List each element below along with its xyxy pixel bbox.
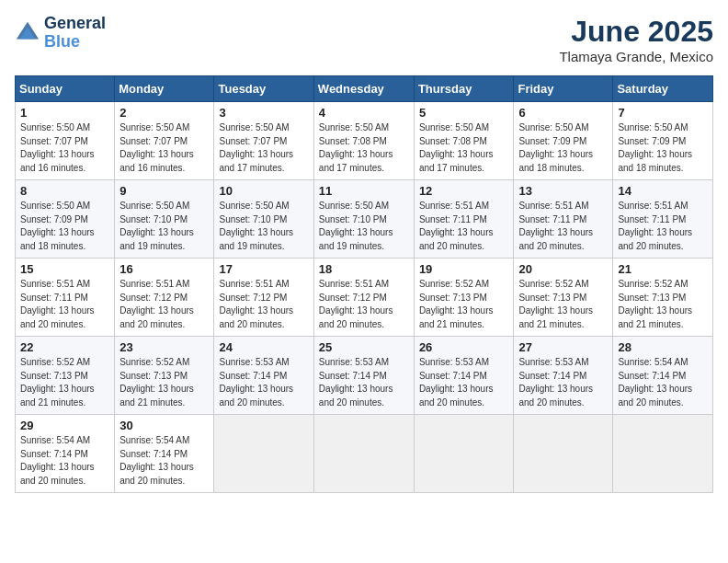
table-row: 12 Sunrise: 5:51 AMSunset: 7:11 PMDaylig… [414,180,514,259]
table-row: 30 Sunrise: 5:54 AMSunset: 7:14 PMDaylig… [115,415,214,493]
table-row: 7 Sunrise: 5:50 AMSunset: 7:09 PMDayligh… [613,102,713,180]
day-info: Sunrise: 5:53 AMSunset: 7:14 PMDaylight:… [219,357,293,408]
table-row: 11 Sunrise: 5:50 AMSunset: 7:10 PMDaylig… [313,180,414,259]
day-number: 10 [219,184,308,198]
day-number: 26 [419,340,509,354]
day-number: 30 [119,419,209,432]
day-info: Sunrise: 5:53 AMSunset: 7:14 PMDaylight:… [518,357,593,408]
day-number: 24 [219,340,308,354]
day-info: Sunrise: 5:50 AMSunset: 7:10 PMDaylight:… [119,201,194,251]
day-info: Sunrise: 5:54 AMSunset: 7:14 PMDaylight:… [119,435,194,486]
header-saturday: Saturday [613,76,713,102]
table-row: 14 Sunrise: 5:51 AMSunset: 7:11 PMDaylig… [613,180,713,259]
day-info: Sunrise: 5:50 AMSunset: 7:09 PMDaylight:… [518,122,593,173]
table-row [613,415,713,493]
day-number: 6 [518,106,608,120]
header-monday: Monday [115,76,214,102]
day-info: Sunrise: 5:52 AMSunset: 7:13 PMDaylight:… [20,357,95,408]
calendar-header-row: Sunday Monday Tuesday Wednesday Thursday… [16,76,713,102]
day-info: Sunrise: 5:50 AMSunset: 7:08 PMDaylight:… [319,122,393,173]
calendar-week-4: 22 Sunrise: 5:52 AMSunset: 7:13 PMDaylig… [16,337,713,415]
table-row: 3 Sunrise: 5:50 AMSunset: 7:07 PMDayligh… [214,102,313,180]
day-info: Sunrise: 5:51 AMSunset: 7:12 PMDaylight:… [119,279,194,329]
day-number: 4 [319,106,409,120]
day-info: Sunrise: 5:50 AMSunset: 7:07 PMDaylight:… [219,122,293,173]
table-row: 6 Sunrise: 5:50 AMSunset: 7:09 PMDayligh… [514,102,613,180]
table-row: 26 Sunrise: 5:53 AMSunset: 7:14 PMDaylig… [414,337,514,415]
logo: General Blue [15,15,106,52]
table-row: 18 Sunrise: 5:51 AMSunset: 7:12 PMDaylig… [313,259,414,337]
table-row: 24 Sunrise: 5:53 AMSunset: 7:14 PMDaylig… [214,337,313,415]
day-info: Sunrise: 5:50 AMSunset: 7:07 PMDaylight:… [119,122,194,173]
table-row: 25 Sunrise: 5:53 AMSunset: 7:14 PMDaylig… [313,337,414,415]
table-row [514,415,613,493]
table-row: 1 Sunrise: 5:50 AMSunset: 7:07 PMDayligh… [16,102,115,180]
table-row: 22 Sunrise: 5:52 AMSunset: 7:13 PMDaylig… [16,337,115,415]
day-number: 1 [20,106,109,120]
table-row: 17 Sunrise: 5:51 AMSunset: 7:12 PMDaylig… [214,259,313,337]
day-number: 11 [319,184,409,198]
day-number: 17 [219,262,308,276]
table-row: 27 Sunrise: 5:53 AMSunset: 7:14 PMDaylig… [514,337,613,415]
table-row: 16 Sunrise: 5:51 AMSunset: 7:12 PMDaylig… [115,259,214,337]
day-number: 22 [20,340,109,354]
day-info: Sunrise: 5:50 AMSunset: 7:10 PMDaylight:… [219,201,293,251]
table-row: 29 Sunrise: 5:54 AMSunset: 7:14 PMDaylig… [16,415,115,493]
day-info: Sunrise: 5:50 AMSunset: 7:08 PMDaylight:… [419,122,494,173]
day-number: 23 [119,340,209,354]
table-row [414,415,514,493]
day-number: 25 [319,340,409,354]
table-row: 2 Sunrise: 5:50 AMSunset: 7:07 PMDayligh… [115,102,214,180]
day-number: 3 [219,106,308,120]
table-row: 8 Sunrise: 5:50 AMSunset: 7:09 PMDayligh… [16,180,115,259]
table-row: 28 Sunrise: 5:54 AMSunset: 7:14 PMDaylig… [613,337,713,415]
day-number: 2 [119,106,209,120]
day-info: Sunrise: 5:53 AMSunset: 7:14 PMDaylight:… [419,357,494,408]
calendar-week-5: 29 Sunrise: 5:54 AMSunset: 7:14 PMDaylig… [16,415,713,493]
table-row [313,415,414,493]
day-number: 18 [319,262,409,276]
table-row: 5 Sunrise: 5:50 AMSunset: 7:08 PMDayligh… [414,102,514,180]
calendar-week-2: 8 Sunrise: 5:50 AMSunset: 7:09 PMDayligh… [16,180,713,259]
day-number: 28 [618,340,708,354]
table-row: 10 Sunrise: 5:50 AMSunset: 7:10 PMDaylig… [214,180,313,259]
calendar-week-1: 1 Sunrise: 5:50 AMSunset: 7:07 PMDayligh… [16,102,713,180]
day-number: 7 [618,106,708,120]
day-number: 19 [419,262,509,276]
table-row: 21 Sunrise: 5:52 AMSunset: 7:13 PMDaylig… [613,259,713,337]
header-friday: Friday [514,76,613,102]
day-number: 27 [518,340,608,354]
day-number: 20 [518,262,608,276]
table-row: 20 Sunrise: 5:52 AMSunset: 7:13 PMDaylig… [514,259,613,337]
table-row: 19 Sunrise: 5:52 AMSunset: 7:13 PMDaylig… [414,259,514,337]
table-row: 4 Sunrise: 5:50 AMSunset: 7:08 PMDayligh… [313,102,414,180]
day-info: Sunrise: 5:51 AMSunset: 7:11 PMDaylight:… [419,201,494,251]
day-info: Sunrise: 5:52 AMSunset: 7:13 PMDaylight:… [419,279,494,329]
table-row: 13 Sunrise: 5:51 AMSunset: 7:11 PMDaylig… [514,180,613,259]
table-row: 9 Sunrise: 5:50 AMSunset: 7:10 PMDayligh… [115,180,214,259]
day-info: Sunrise: 5:53 AMSunset: 7:14 PMDaylight:… [319,357,393,408]
day-info: Sunrise: 5:50 AMSunset: 7:09 PMDaylight:… [618,122,692,173]
day-info: Sunrise: 5:51 AMSunset: 7:12 PMDaylight:… [319,279,393,329]
calendar-week-3: 15 Sunrise: 5:51 AMSunset: 7:11 PMDaylig… [16,259,713,337]
day-number: 15 [20,262,109,276]
header-tuesday: Tuesday [214,76,313,102]
day-number: 21 [618,262,708,276]
day-info: Sunrise: 5:50 AMSunset: 7:07 PMDaylight:… [20,122,95,173]
day-info: Sunrise: 5:51 AMSunset: 7:12 PMDaylight:… [219,279,293,329]
header-sunday: Sunday [16,76,115,102]
day-info: Sunrise: 5:51 AMSunset: 7:11 PMDaylight:… [618,201,692,251]
title-area: June 2025 Tlamaya Grande, Mexico [559,15,713,64]
table-row: 23 Sunrise: 5:52 AMSunset: 7:13 PMDaylig… [115,337,214,415]
day-info: Sunrise: 5:54 AMSunset: 7:14 PMDaylight:… [20,435,95,486]
day-number: 14 [618,184,708,198]
day-info: Sunrise: 5:51 AMSunset: 7:11 PMDaylight:… [518,201,593,251]
calendar: Sunday Monday Tuesday Wednesday Thursday… [15,75,713,493]
day-info: Sunrise: 5:52 AMSunset: 7:13 PMDaylight:… [119,357,194,408]
day-info: Sunrise: 5:50 AMSunset: 7:09 PMDaylight:… [20,201,95,251]
table-row: 15 Sunrise: 5:51 AMSunset: 7:11 PMDaylig… [16,259,115,337]
header-wednesday: Wednesday [313,76,414,102]
day-number: 12 [419,184,509,198]
day-info: Sunrise: 5:50 AMSunset: 7:10 PMDaylight:… [319,201,393,251]
page-header: General Blue June 2025 Tlamaya Grande, M… [15,15,713,64]
